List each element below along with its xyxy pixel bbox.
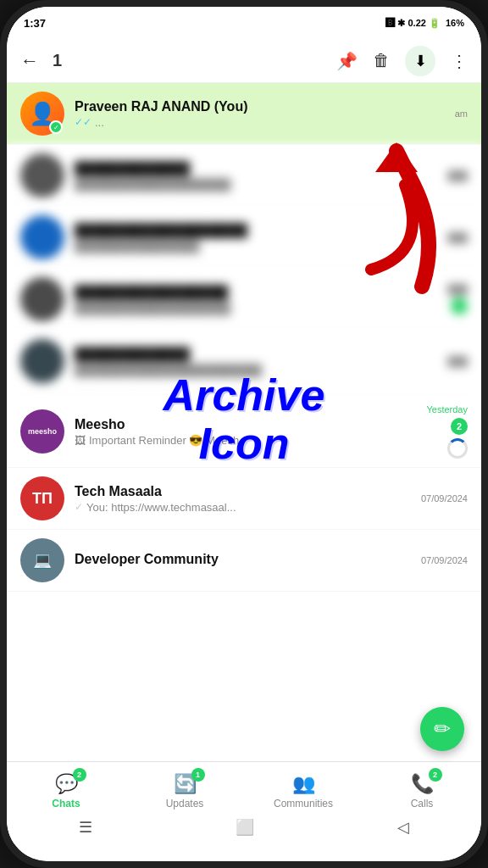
- blur3-meta: ███: [448, 284, 468, 314]
- devcomm-chat-info: Developer Community: [75, 552, 414, 569]
- more-icon[interactable]: ⋮: [451, 51, 468, 71]
- blurred-chat-3: ████████████████ ████████████████████ ██…: [7, 269, 481, 331]
- techmasaala-chat-item[interactable]: TΠ Tech Masaala ✓ You: https://www.techm…: [7, 468, 481, 530]
- devcomm-chat-name: Developer Community: [75, 552, 414, 567]
- meesho-chat-item[interactable]: meesho Meesho 🖼 Important Reminder 😎 Mee…: [7, 396, 481, 468]
- battery-percent: 16%: [446, 18, 464, 28]
- techmasaala-chat-time: 07/09/2024: [421, 493, 468, 504]
- nav-item-chats[interactable]: 💬 2 Chats: [7, 768, 125, 815]
- nav-item-communities[interactable]: 👥 Communities: [244, 768, 363, 815]
- phone-screen: 1:37 🅱 ✱ 0.22 🔋 16% ← 1 📌 🗑 ⬇ ⋮: [7, 7, 481, 861]
- compose-fab[interactable]: ✏: [420, 707, 464, 751]
- nav-item-updates[interactable]: 🔄 1 Updates: [125, 768, 244, 815]
- blur3-name: ████████████████: [75, 285, 441, 300]
- updates-nav-icon: 🔄 1: [174, 773, 197, 795]
- archive-icon: ⬇: [414, 52, 427, 70]
- techmasaala-chat-name: Tech Masaala: [75, 484, 414, 499]
- chats-nav-icon: 💬 2: [55, 773, 78, 795]
- chat-list: 👤 Praveen RAJ ANAND (You) ✓✓ ... am: [7, 83, 481, 821]
- archive-button[interactable]: ⬇: [405, 46, 435, 76]
- blur2-avatar: [20, 215, 64, 259]
- blur2-time: ███: [448, 232, 468, 242]
- toolbar-actions: 📌 🗑 ⬇ ⋮: [336, 46, 468, 76]
- meesho-loading-ring: [447, 438, 468, 459]
- devcomm-chat-item[interactable]: 💻 Developer Community 07/09/2024: [7, 530, 481, 592]
- status-icons: 🅱 ✱ 0.22 🔋 16%: [385, 18, 464, 29]
- blur1-info: ████████████ ████████████████████: [75, 161, 441, 191]
- blur4-avatar: [20, 339, 64, 383]
- blur1-name: ████████████: [75, 161, 441, 176]
- devcomm-avatar-wrap: 💻: [20, 538, 64, 582]
- blurred-chat-4: ████████████ ████████████████████████ ██…: [7, 331, 481, 392]
- blur1-preview: ████████████████████: [75, 178, 441, 191]
- system-nav: ☰ ⬜ ◁: [7, 810, 481, 844]
- devcomm-chat-meta: 07/09/2024: [421, 555, 468, 565]
- selected-chat-preview: ✓✓ ...: [75, 116, 448, 129]
- techmasaala-chat-info: Tech Masaala ✓ You: https://www.techmasa…: [75, 484, 414, 514]
- blur1-meta: ███: [448, 170, 468, 181]
- blur4-preview: ████████████████████████: [75, 364, 441, 376]
- blur3-badge: [451, 298, 468, 314]
- selected-chat-time: am: [455, 108, 468, 119]
- calls-badge: 2: [429, 768, 442, 782]
- screen-content: ← 1 📌 🗑 ⬇ ⋮ 👤: [7, 39, 481, 821]
- meesho-chat-name: Meesho: [75, 417, 419, 432]
- blur2-meta: ███: [448, 232, 468, 242]
- blur3-info: ████████████████ ████████████████████: [75, 285, 441, 314]
- blur2-name: ██████████████████: [75, 223, 441, 238]
- techmasaala-avatar: TΠ: [20, 476, 64, 520]
- communities-nav-icon: 👥: [292, 773, 315, 795]
- compose-icon: ✏: [434, 717, 451, 741]
- blur2-info: ██████████████████ ████████████████: [75, 223, 441, 253]
- meesho-chat-time: Yesterday: [426, 404, 468, 415]
- blur2-avatar-wrap: [20, 215, 64, 259]
- meesho-chat-preview: 🖼 Important Reminder 😎 Meesh: [75, 434, 419, 447]
- blur1-avatar-wrap: [20, 153, 64, 198]
- techmasaala-avatar-wrap: TΠ: [20, 476, 64, 520]
- meesho-chat-meta: Yesterday 2: [426, 404, 468, 459]
- blur1-avatar: [20, 153, 64, 198]
- meesho-avatar-wrap: meesho: [20, 409, 64, 453]
- blur4-info: ████████████ ████████████████████████: [75, 347, 441, 376]
- meesho-unread-badge: 2: [451, 418, 468, 435]
- devcomm-chat-time: 07/09/2024: [421, 555, 468, 565]
- blur3-time: ███: [448, 284, 468, 294]
- blur3-avatar: [20, 277, 64, 321]
- selected-chat-item[interactable]: 👤 Praveen RAJ ANAND (You) ✓✓ ... am: [7, 83, 481, 145]
- communities-nav-label: Communities: [274, 798, 333, 810]
- status-bar: 1:37 🅱 ✱ 0.22 🔋 16%: [7, 7, 481, 39]
- updates-badge: 1: [191, 768, 205, 782]
- back-button-sys[interactable]: ◁: [397, 818, 409, 837]
- blurred-chat-2: ██████████████████ ████████████████ ███: [7, 207, 481, 269]
- blur4-meta: ███: [448, 356, 468, 366]
- selected-chat-avatar-wrap: 👤: [20, 92, 64, 136]
- chats-badge: 2: [73, 768, 86, 782]
- toolbar: ← 1 📌 🗑 ⬇ ⋮: [7, 39, 481, 83]
- delete-icon[interactable]: 🗑: [373, 51, 390, 70]
- selected-chat-name: Praveen RAJ ANAND (You): [75, 99, 448, 114]
- checkmark-icon: ✓✓: [75, 116, 92, 128]
- blur3-avatar-wrap: [20, 277, 64, 321]
- selected-count: 1: [53, 51, 323, 70]
- meesho-avatar: meesho: [20, 409, 64, 453]
- selected-chat-meta: am: [455, 108, 468, 119]
- devcomm-avatar: 💻: [20, 538, 64, 582]
- blur2-preview: ████████████████: [75, 240, 441, 253]
- blur4-avatar-wrap: [20, 339, 64, 383]
- pin-icon[interactable]: 📌: [336, 51, 358, 71]
- calls-nav-icon: 📞 2: [411, 773, 434, 795]
- blur3-preview: ████████████████████: [75, 302, 441, 314]
- blurred-chat-1: ████████████ ████████████████████ ███: [7, 145, 481, 207]
- blur4-time: ███: [448, 356, 468, 366]
- menu-button[interactable]: ☰: [79, 818, 92, 837]
- home-button[interactable]: ⬜: [236, 818, 254, 837]
- signal-icon: 🅱 ✱ 0.22 🔋: [385, 18, 441, 29]
- chats-nav-label: Chats: [52, 798, 80, 810]
- back-button[interactable]: ←: [20, 50, 39, 72]
- updates-nav-label: Updates: [166, 798, 204, 810]
- phone-frame: 1:37 🅱 ✱ 0.22 🔋 16% ← 1 📌 🗑 ⬇ ⋮: [0, 0, 488, 868]
- techmasaala-chat-preview: ✓ You: https://www.techmasaal...: [75, 501, 414, 514]
- nav-item-calls[interactable]: 📞 2 Calls: [363, 768, 481, 815]
- blur4-name: ████████████: [75, 347, 441, 362]
- calls-nav-label: Calls: [411, 798, 434, 810]
